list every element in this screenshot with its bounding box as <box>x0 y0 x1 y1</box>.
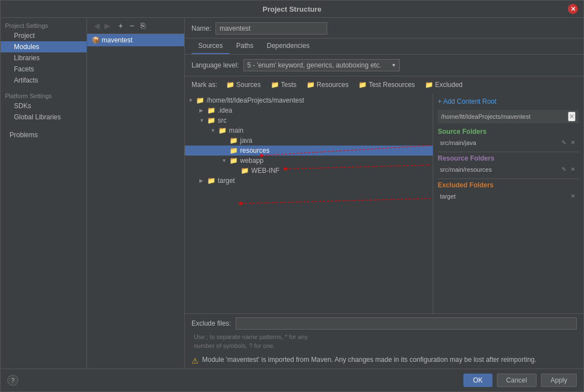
main-content: Project Settings Project Modules Librari… <box>1 18 583 369</box>
tab-paths[interactable]: Paths <box>229 38 260 54</box>
project-structure-dialog: Project Structure ✕ Project Settings Pro… <box>0 0 584 392</box>
help-button[interactable]: ? <box>7 375 18 386</box>
problems-section: Problems <box>1 129 87 141</box>
exclude-files-row: Exclude files: <box>192 317 577 330</box>
nav-arrows: ◀ ▶ <box>90 20 114 31</box>
expand-main-arrow: ▼ <box>210 128 218 133</box>
title-bar: Project Structure ✕ <box>1 1 583 18</box>
tree-item-src[interactable]: ▼ 📁 src <box>185 115 433 125</box>
close-button[interactable]: ✕ <box>568 4 578 14</box>
sidebar-item-libraries[interactable]: Libraries <box>1 52 87 64</box>
warning-icon: ⚠ <box>192 356 199 365</box>
tree-item-webapp[interactable]: ▼ 📁 webapp <box>185 156 433 166</box>
name-input[interactable] <box>216 22 327 35</box>
mark-resources-button[interactable]: 📁 Resources <box>303 80 352 90</box>
module-name: maventest <box>102 36 132 44</box>
resources-folder-icon: 📁 <box>307 81 315 89</box>
cancel-button[interactable]: Cancel <box>497 374 537 387</box>
copy-module-button[interactable]: ⎘ <box>138 20 147 31</box>
footer-left: ? <box>7 375 459 386</box>
resource-folder-path: src/main/resources <box>440 166 560 173</box>
source-folder-edit-button[interactable]: ✎ <box>560 139 568 146</box>
exclude-files-input[interactable] <box>236 317 577 330</box>
tree-item-idea[interactable]: ▶ 📁 .idea <box>185 105 433 115</box>
add-module-button[interactable]: + <box>116 20 125 31</box>
excluded-folder-entry-target: target ✕ <box>438 191 579 201</box>
target-folder-icon: 📁 <box>207 177 216 185</box>
content-root-header: + Add Content Root <box>438 98 579 105</box>
expand-webapp-arrow: ▼ <box>222 158 229 163</box>
tabs-row: Sources Paths Dependencies <box>185 38 583 55</box>
language-level-row: Language level: 5 - 'enum' keyword, gene… <box>185 55 583 76</box>
content-root-path-row: /home/ltt/IdeaProjects/maventest ✕ <box>438 110 579 123</box>
sidebar-item-modules[interactable]: Modules <box>1 41 87 52</box>
tree-item-java[interactable]: 📁 java <box>185 135 433 146</box>
excluded-folder-actions: ✕ <box>569 192 577 200</box>
mark-excluded-button[interactable]: 📁 Excluded <box>422 80 466 90</box>
tab-dependencies[interactable]: Dependencies <box>260 38 317 54</box>
file-tree: ▼ 📁 /home/ltt/IdeaProjects/maventest ▶ 📁… <box>185 93 433 313</box>
resource-folder-remove-button[interactable]: ✕ <box>569 166 577 173</box>
module-icon: 📦 <box>92 36 99 44</box>
src-folder-icon: 📁 <box>207 117 216 124</box>
sidebar-item-artifacts[interactable]: Artifacts <box>1 75 87 86</box>
apply-button[interactable]: Apply <box>541 374 577 387</box>
excluded-folder-icon: 📁 <box>425 81 433 89</box>
mark-tests-button[interactable]: 📁 Tests <box>267 80 300 90</box>
excluded-folders-title: Excluded Folders <box>438 181 579 189</box>
test-resources-folder-icon: 📁 <box>358 81 367 89</box>
remove-module-button[interactable]: − <box>127 20 136 31</box>
add-content-root-button[interactable]: + Add Content Root <box>438 98 496 105</box>
tab-sources[interactable]: Sources <box>192 38 229 54</box>
module-item-maventest[interactable]: 📦 maventest <box>87 34 184 46</box>
root-folder-icon: 📁 <box>196 96 204 104</box>
source-folders-title: Source Folders <box>438 128 579 135</box>
expand-target-arrow: ▶ <box>199 178 207 183</box>
tree-item-resources[interactable]: 📁 resources <box>185 146 433 156</box>
main-folder-icon: 📁 <box>218 127 227 134</box>
expand-root-arrow: ▼ <box>188 98 196 103</box>
idea-folder-icon: 📁 <box>207 107 216 114</box>
content-root-close-button[interactable]: ✕ <box>568 112 576 122</box>
tree-item-webinf[interactable]: 📁 WEB-INF <box>185 166 433 176</box>
project-settings-header: Project Settings <box>1 20 87 30</box>
resource-folder-edit-button[interactable]: ✎ <box>560 166 568 173</box>
tree-item-root[interactable]: ▼ 📁 /home/ltt/IdeaProjects/maventest <box>185 95 433 105</box>
content-root-path-text: /home/ltt/IdeaProjects/maventest <box>441 113 530 120</box>
source-folders-section: Source Folders src/main/java ✎ ✕ <box>438 128 579 147</box>
mark-as-label: Mark as: <box>192 81 217 89</box>
sidebar-item-project[interactable]: Project <box>1 30 87 41</box>
resource-folder-entry-resources: src/main/resources ✎ ✕ <box>438 164 579 174</box>
content-roots-panel: + Add Content Root /home/ltt/IdeaProject… <box>433 93 583 313</box>
mark-sources-button[interactable]: 📁 Sources <box>223 80 264 90</box>
module-panel: ◀ ▶ + − ⎘ 📦 maventest <box>87 18 185 369</box>
source-folder-actions: ✎ ✕ <box>560 139 577 146</box>
mark-as-row: Mark as: 📁 Sources 📁 Tests 📁 Resources 📁… <box>185 76 583 93</box>
right-panel: Name: Sources Paths Dependencies Languag… <box>185 18 583 369</box>
module-toolbar: ◀ ▶ + − ⎘ <box>87 18 184 34</box>
name-label: Name: <box>192 25 211 32</box>
webinf-folder-icon: 📁 <box>241 167 249 175</box>
split-area: ▼ 📁 /home/ltt/IdeaProjects/maventest ▶ 📁… <box>185 93 583 313</box>
java-folder-icon: 📁 <box>229 137 238 144</box>
sidebar-item-facets[interactable]: Facets <box>1 64 87 75</box>
sidebar-item-sdks[interactable]: SDKs <box>1 100 87 112</box>
sidebar-item-problems[interactable]: Problems <box>1 129 87 141</box>
source-folder-remove-button[interactable]: ✕ <box>569 139 577 146</box>
tree-item-main[interactable]: ▼ 📁 main <box>185 125 433 135</box>
warning-bar: ⚠ Module 'maventest' is imported from Ma… <box>185 354 583 369</box>
name-row: Name: <box>185 18 583 38</box>
language-level-label: Language level: <box>192 61 239 69</box>
webapp-folder-icon: 📁 <box>229 157 238 164</box>
language-level-select[interactable]: 5 - 'enum' keyword, generics, autoboxing… <box>243 59 400 71</box>
source-folder-entry-java: src/main/java ✎ ✕ <box>438 138 579 147</box>
ok-button[interactable]: OK <box>463 374 492 387</box>
sidebar-item-global-libraries[interactable]: Global Libraries <box>1 112 87 123</box>
forward-button[interactable]: ▶ <box>103 20 112 31</box>
back-button[interactable]: ◀ <box>93 20 101 31</box>
tree-item-target[interactable]: ▶ 📁 target <box>185 176 433 186</box>
excluded-folder-remove-button[interactable]: ✕ <box>569 192 577 200</box>
tests-folder-icon: 📁 <box>271 81 279 89</box>
mark-test-resources-button[interactable]: 📁 Test Resources <box>355 80 418 90</box>
bottom-area: Exclude files: Use ; to separate name pa… <box>185 313 583 354</box>
